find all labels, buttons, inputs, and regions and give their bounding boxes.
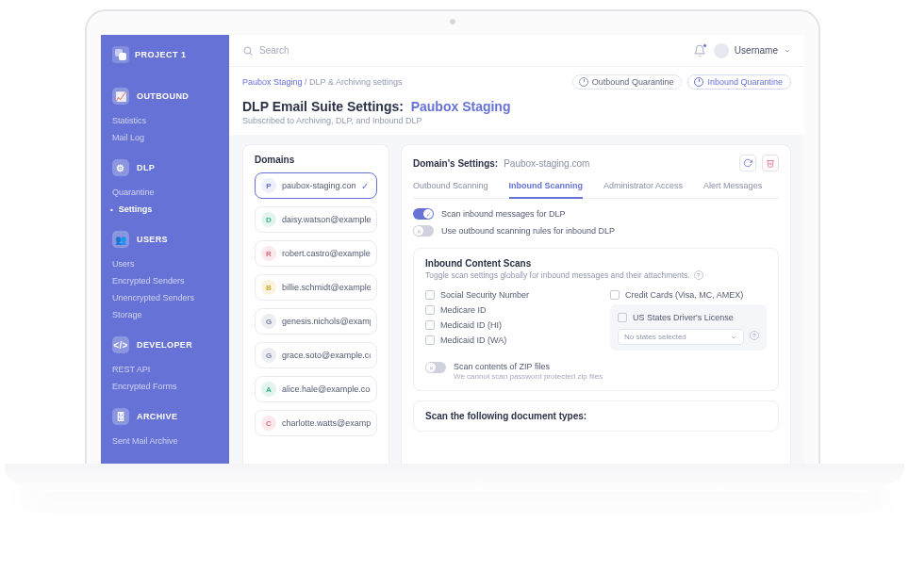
domain-badge-icon: R bbox=[261, 246, 276, 261]
content-scans-title: Inbound Content Scans bbox=[425, 258, 767, 269]
drivers-license-group: US States Driver's License No states sel… bbox=[610, 304, 767, 351]
domain-item[interactable]: Bbillie.schmidt@example bbox=[255, 274, 377, 301]
user-menu[interactable]: Username bbox=[714, 43, 791, 58]
domain-label: billie.schmidt@example bbox=[282, 283, 371, 292]
sidebar-item-rest-api[interactable]: REST API bbox=[101, 361, 229, 378]
tab-inbound-scanning[interactable]: Inbound Scanning bbox=[509, 181, 584, 199]
domain-item[interactable]: Aalice.hale@example.com bbox=[255, 376, 377, 402]
users-icon: 👥 bbox=[112, 231, 129, 248]
sidebar-item-sent-mail-archive[interactable]: Sent Mail Archive bbox=[101, 433, 229, 449]
sidebar-item-statistics[interactable]: Statistics bbox=[101, 112, 229, 129]
scan-option-checkbox[interactable] bbox=[425, 335, 435, 345]
sidebar-item-encrypted-forms[interactable]: Encrypted Forms bbox=[101, 378, 229, 395]
domain-item[interactable]: Ggenesis.nichols@examp bbox=[255, 308, 377, 335]
domain-label: robert.castro@example bbox=[282, 249, 371, 258]
domain-item[interactable]: Ppaubox-staging.com✓ bbox=[255, 172, 377, 199]
chart-icon: 📈 bbox=[112, 88, 129, 105]
tab-outbound-scanning[interactable]: Outbound Scanning bbox=[413, 181, 488, 198]
domain-label: genesis.nichols@examp bbox=[282, 317, 371, 326]
sliders-icon: ⚙ bbox=[112, 159, 129, 176]
domain-item[interactable]: Ddaisy.watson@example bbox=[255, 206, 377, 233]
page-subtitle: Subscribed to Archiving, DLP, and Inboun… bbox=[242, 116, 791, 125]
delete-button[interactable] bbox=[762, 155, 779, 172]
main-pane: Search Username Paubox Staging / DLP & A… bbox=[229, 35, 804, 488]
clock-icon bbox=[579, 77, 588, 87]
tab-administrator-access[interactable]: Administrator Access bbox=[603, 181, 683, 198]
scan-zip-toggle[interactable]: ✕ bbox=[425, 362, 446, 373]
content-scans-subtitle: Toggle scan settings globally for inboun… bbox=[425, 270, 690, 280]
check-icon: ✓ bbox=[361, 181, 371, 191]
sidebar-item-mail-log[interactable]: Mail Log bbox=[101, 129, 229, 146]
search-placeholder: Search bbox=[259, 45, 289, 56]
clock-icon bbox=[694, 77, 703, 87]
app-screen: PROJECT 1 📈OUTBOUNDStatisticsMail Log⚙DL… bbox=[101, 35, 804, 488]
domain-item[interactable]: Rrobert.castro@example bbox=[255, 240, 377, 267]
breadcrumb-parent[interactable]: Paubox Staging bbox=[242, 77, 303, 87]
scan-option-checkbox[interactable] bbox=[425, 305, 435, 315]
breadcrumb-row: Paubox Staging / DLP & Archiving setting… bbox=[229, 67, 804, 97]
trash-icon bbox=[766, 158, 775, 168]
domain-label: grace.soto@example.co bbox=[282, 351, 371, 360]
notification-dot bbox=[702, 43, 707, 48]
nav-section-outbound[interactable]: 📈OUTBOUND bbox=[101, 80, 229, 112]
document-types-panel: Scan the following document types: bbox=[413, 400, 779, 432]
tab-alert-messages[interactable]: Alert Messages bbox=[703, 181, 762, 198]
laptop-frame: PROJECT 1 📈OUTBOUNDStatisticsMail Log⚙DL… bbox=[85, 9, 820, 490]
domain-label: paubox-staging.com bbox=[282, 181, 355, 190]
nav-section-dlp[interactable]: ⚙DLP bbox=[101, 152, 229, 184]
document-types-title: Scan the following document types: bbox=[425, 411, 767, 421]
use-outbound-rules-toggle[interactable]: ✕ bbox=[413, 225, 434, 237]
domain-badge-icon: G bbox=[261, 314, 276, 329]
domain-label: charlotte.watts@examp bbox=[282, 418, 371, 428]
domain-badge-icon: A bbox=[261, 382, 276, 397]
sidebar-item-users[interactable]: Users bbox=[101, 255, 229, 272]
scan-zip-sublabel: We cannot scan password protected zip fi… bbox=[454, 372, 603, 381]
sidebar-item-settings[interactable]: Settings bbox=[101, 201, 229, 218]
nav-section-users[interactable]: 👥USERS bbox=[101, 223, 229, 255]
help-icon[interactable]: ? bbox=[750, 331, 759, 340]
sidebar: PROJECT 1 📈OUTBOUNDStatisticsMail Log⚙DL… bbox=[101, 35, 229, 488]
domain-label: alice.hale@example.com bbox=[282, 384, 371, 394]
breadcrumb: Paubox Staging / DLP & Archiving setting… bbox=[242, 77, 402, 87]
domain-badge-icon: C bbox=[261, 416, 276, 431]
nav-section-developer[interactable]: </>DEVELOPER bbox=[101, 329, 229, 361]
domain-item[interactable]: Ggrace.soto@example.co bbox=[255, 342, 377, 368]
domains-title: Domains bbox=[255, 155, 377, 165]
inbound-quarantine-button[interactable]: Inbound Quarantine bbox=[687, 74, 791, 90]
states-select[interactable]: No states selected bbox=[618, 329, 744, 345]
refresh-icon bbox=[743, 158, 752, 168]
scan-option-label: Social Security Number bbox=[440, 290, 529, 300]
content-scans-panel: Inbound Content Scans Toggle scan settin… bbox=[413, 248, 779, 391]
settings-domain: Paubox-staging.com bbox=[504, 158, 589, 169]
scan-inbound-label: Scan inbound messages for DLP bbox=[441, 209, 566, 219]
help-icon[interactable]: ? bbox=[694, 270, 703, 280]
domain-badge-icon: B bbox=[261, 280, 276, 295]
sidebar-item-encrypted-senders[interactable]: Encrypted Senders bbox=[101, 272, 229, 289]
nav-section-archive[interactable]: 🗄ARCHIVE bbox=[101, 400, 229, 433]
scan-option-checkbox[interactable] bbox=[425, 290, 435, 300]
scan-zip-label: Scan contents of ZIP files bbox=[454, 362, 603, 371]
sidebar-item-quarantine[interactable]: Quarantine bbox=[101, 184, 229, 201]
outbound-quarantine-button[interactable]: Outbound Quarantine bbox=[572, 74, 683, 90]
domain-item[interactable]: Ccharlotte.watts@examp bbox=[255, 410, 377, 436]
logo-icon bbox=[112, 46, 129, 63]
scan-option-label: Medicare ID bbox=[440, 305, 487, 315]
refresh-button[interactable] bbox=[739, 155, 756, 172]
sidebar-item-unencrypted-senders[interactable]: Unencrypted Senders bbox=[101, 289, 229, 306]
drivers-license-checkbox[interactable] bbox=[618, 313, 627, 322]
credit-cards-checkbox[interactable] bbox=[610, 290, 620, 300]
scan-option-checkbox[interactable] bbox=[425, 320, 435, 330]
scan-option-label: Medicaid ID (WA) bbox=[440, 335, 506, 345]
laptop-camera bbox=[450, 19, 455, 24]
search-input[interactable]: Search bbox=[242, 45, 686, 57]
svg-point-0 bbox=[244, 47, 251, 54]
code-icon: </> bbox=[112, 336, 129, 353]
avatar bbox=[714, 43, 729, 58]
scan-inbound-toggle[interactable]: ✓ bbox=[413, 208, 434, 220]
sidebar-item-storage[interactable]: Storage bbox=[101, 306, 229, 323]
notifications-button[interactable] bbox=[693, 44, 706, 57]
laptop-base bbox=[5, 464, 904, 492]
page-title: DLP Email Suite Settings: Paubox Staging bbox=[242, 99, 791, 114]
domain-label: daisy.watson@example bbox=[282, 215, 371, 224]
topbar: Search Username bbox=[229, 35, 804, 67]
